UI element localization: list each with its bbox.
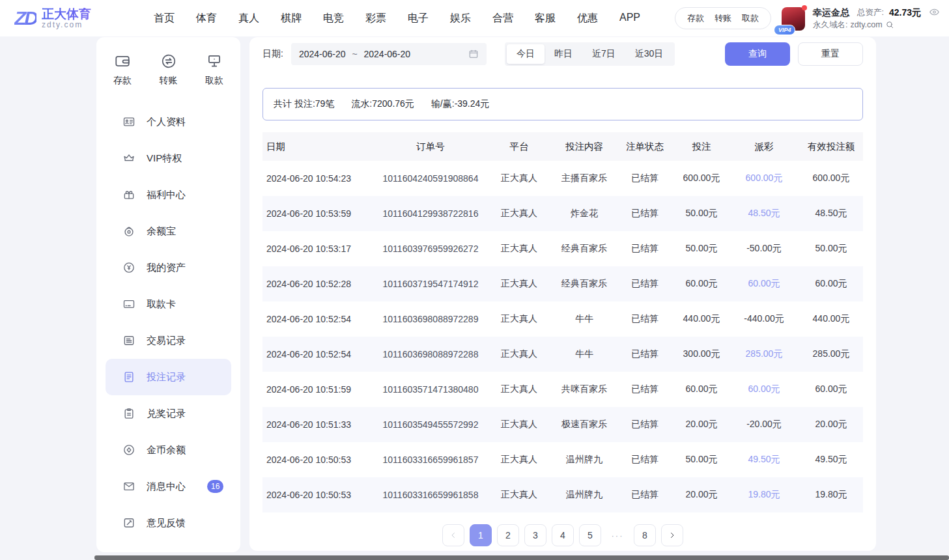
- sidebar-item-2[interactable]: VIP特权: [96, 140, 240, 176]
- assets-value: 42.73元: [889, 6, 921, 19]
- sidebar-item-1[interactable]: 个人资料: [96, 104, 240, 140]
- cell-order: 1011604129938722816: [376, 208, 485, 219]
- nav-item-7[interactable]: 电子: [408, 12, 429, 25]
- sidebar-item-5[interactable]: 我的资产: [96, 249, 240, 286]
- nav-item-5[interactable]: 电竞: [323, 12, 344, 25]
- deposit-icon: [114, 53, 131, 70]
- nav-item-4[interactable]: 棋牌: [281, 12, 302, 25]
- sidebar-item-7[interactable]: 交易记录: [96, 322, 240, 359]
- cell-payout: 19.80元: [729, 489, 799, 501]
- nav-item-9[interactable]: 合营: [492, 12, 513, 25]
- nav-item-12[interactable]: APP: [619, 12, 640, 25]
- sidebar-item-6[interactable]: 取款卡: [96, 286, 240, 322]
- sidebar-item-4[interactable]: 余额宝: [96, 213, 240, 249]
- range-preset-3[interactable]: 近7日: [582, 44, 625, 64]
- filter-row: 日期: 2024-06-20 ~ 2024-06-20 今日昨日近7日近30日 …: [262, 40, 863, 68]
- logo-icon: ZD: [14, 7, 36, 29]
- cell-bet: 50.00元: [674, 243, 729, 255]
- card-icon: [122, 298, 135, 311]
- transfer-icon: [160, 53, 177, 70]
- cell-order: 1011604240591908864: [376, 173, 485, 184]
- sidebar-item-9[interactable]: 兑奖记录: [96, 395, 240, 432]
- sidebar-item-11[interactable]: 消息中心16: [96, 468, 240, 505]
- cell-payout: 60.00元: [729, 384, 799, 395]
- cell-order: 1011603719547174912: [376, 279, 485, 289]
- range-preset-4[interactable]: 近30日: [625, 44, 673, 64]
- site-domain: zdty.com: [42, 21, 91, 29]
- withdraw-icon: [206, 53, 223, 70]
- id-card-icon: [122, 115, 135, 128]
- cell-valid: 60.00元: [799, 384, 863, 395]
- table-row: 2024-06-20 10:52:541011603698088972288正大…: [262, 337, 863, 372]
- nav-item-10[interactable]: 客服: [535, 12, 556, 25]
- unread-count-badge: 16: [207, 480, 223, 493]
- sidebar-item-3[interactable]: 福利中心: [96, 176, 240, 213]
- cell-content: 主播百家乐: [553, 173, 616, 184]
- column-header-7: 派彩: [729, 141, 799, 153]
- cell-order: 1011603316659961858: [376, 490, 485, 500]
- site-logo[interactable]: ZD 正大体育 zdty.com: [14, 7, 91, 29]
- sidebar-item-12[interactable]: 意见反馈: [96, 505, 240, 541]
- cell-bet: 60.00元: [674, 384, 729, 395]
- cell-payout: -20.00元: [729, 419, 799, 430]
- cell-platform: 正大真人: [485, 419, 553, 430]
- nav-item-1[interactable]: 首页: [154, 12, 175, 25]
- sidebar-item-8[interactable]: 投注记录: [106, 359, 231, 395]
- cell-status: 已结算: [616, 173, 674, 184]
- horizontal-scrollbar[interactable]: [94, 555, 949, 560]
- prev-page-button[interactable]: [442, 524, 464, 546]
- column-header-4: 投注内容: [553, 141, 616, 153]
- user-block[interactable]: VIP4 幸运金总 总资产: 42.73元 永久域名: zdty.com: [782, 6, 940, 31]
- cell-content: 牛牛: [553, 313, 616, 325]
- page-button-3[interactable]: 3: [524, 524, 546, 546]
- cell-payout: 49.50元: [729, 454, 799, 466]
- date-tilde: ~: [352, 49, 357, 59]
- quick-action-1[interactable]: 存款: [113, 53, 132, 87]
- page-button-5[interactable]: 5: [579, 524, 601, 546]
- date-range-input[interactable]: 2024-06-20 ~ 2024-06-20: [291, 43, 487, 65]
- page-button-2[interactable]: 2: [497, 524, 519, 546]
- column-header-6: 投注: [674, 141, 729, 153]
- page-button-1[interactable]: 1: [470, 524, 492, 546]
- sidebar-item-label: VIP特权: [147, 152, 182, 165]
- page-button-8[interactable]: 8: [634, 524, 656, 546]
- top-navbar: ZD 正大体育 zdty.com 首页体育真人棋牌电竞彩票电子娱乐合营客服优惠A…: [0, 0, 949, 36]
- page-button-4[interactable]: 4: [552, 524, 574, 546]
- search-icon[interactable]: [885, 20, 894, 29]
- cell-valid: 19.80元: [799, 489, 863, 501]
- search-button[interactable]: 查询: [725, 42, 790, 66]
- navbar-right: 存款转账取款 VIP4 幸运金总 总资产: 42.73元 永久域名:: [675, 6, 940, 31]
- pill-action-3[interactable]: 取款: [742, 12, 759, 24]
- nav-item-2[interactable]: 体育: [196, 12, 217, 25]
- eye-icon[interactable]: [929, 7, 940, 18]
- nav-item-3[interactable]: 真人: [238, 12, 259, 25]
- pill-action-2[interactable]: 转账: [715, 12, 731, 24]
- page: ZD 正大体育 zdty.com 首页体育真人棋牌电竞彩票电子娱乐合营客服优惠A…: [0, 0, 949, 560]
- domain-label: 永久域名:: [813, 19, 847, 31]
- range-preset-1[interactable]: 今日: [507, 44, 545, 64]
- cell-valid: 440.00元: [799, 313, 863, 325]
- nav-item-11[interactable]: 优惠: [577, 12, 598, 25]
- main-content: 日期: 2024-06-20 ~ 2024-06-20 今日昨日近7日近30日 …: [249, 37, 876, 551]
- cell-valid: 600.00元: [799, 173, 863, 184]
- column-header-2: 订单号: [376, 141, 485, 153]
- quick-action-label: 转账: [160, 75, 178, 87]
- reset-button[interactable]: 重置: [798, 42, 863, 66]
- sidebar-item-10[interactable]: 金币余额: [96, 432, 240, 468]
- table-row: 2024-06-20 10:51:331011603549455572992正大…: [262, 407, 863, 442]
- cell-content: 经典百家乐: [553, 243, 616, 255]
- sidebar-item-label: 余额宝: [147, 225, 176, 238]
- avatar-wrap: VIP4: [782, 7, 805, 31]
- piggy-icon: [122, 225, 135, 238]
- quick-action-2[interactable]: 转账: [160, 53, 178, 87]
- cell-platform: 正大真人: [485, 313, 553, 325]
- next-page-button[interactable]: [661, 524, 683, 546]
- quick-action-3[interactable]: 取款: [205, 53, 223, 87]
- cell-bet: 300.00元: [674, 348, 729, 360]
- cell-bet: 20.00元: [674, 419, 729, 430]
- nav-item-8[interactable]: 娱乐: [450, 12, 471, 25]
- cell-status: 已结算: [616, 384, 674, 395]
- pill-action-1[interactable]: 存款: [687, 12, 704, 24]
- nav-item-6[interactable]: 彩票: [365, 12, 386, 25]
- range-preset-2[interactable]: 昨日: [545, 44, 582, 64]
